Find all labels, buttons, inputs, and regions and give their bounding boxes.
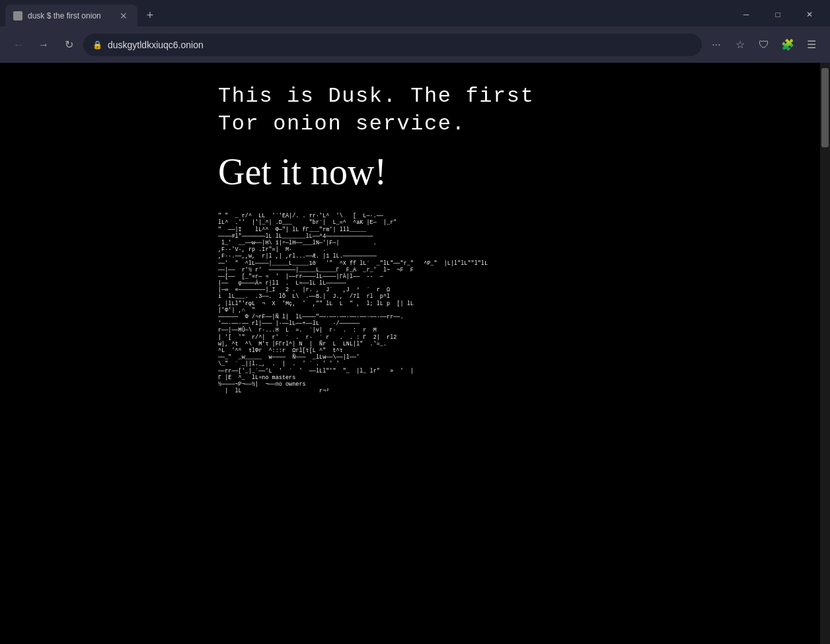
page-content: This is Dusk. The first Tor onion servic… bbox=[0, 63, 830, 644]
page-inner: This is Dusk. The first Tor onion servic… bbox=[0, 63, 820, 644]
shield-button[interactable]: 🛡 bbox=[753, 34, 774, 55]
back-button[interactable]: ← bbox=[8, 34, 29, 55]
tab-close-button[interactable]: ✕ bbox=[118, 10, 130, 22]
window-controls: ─ □ ✕ bbox=[731, 5, 825, 24]
close-button[interactable]: ✕ bbox=[794, 5, 825, 24]
headline-line2: Tor onion service. bbox=[218, 112, 465, 136]
address-text: duskgytldkxiuqc6.onion bbox=[108, 40, 693, 50]
extensions-button[interactable]: 🧩 bbox=[777, 34, 798, 55]
ascii-art: " " _ r/^ LL '`'ÉÂ|/. . rr·'L^ '\ [ L—·.… bbox=[218, 213, 720, 394]
cta-heading[interactable]: Get it now! bbox=[218, 151, 820, 193]
forward-button[interactable]: → bbox=[33, 34, 54, 55]
headline-line1: This is Dusk. The first bbox=[218, 84, 534, 108]
scrollbar-thumb[interactable] bbox=[821, 68, 829, 147]
bookmark-button[interactable]: ☆ bbox=[730, 34, 751, 55]
tab-title: dusk $ the first onion bbox=[28, 11, 112, 20]
more-button[interactable]: ··· bbox=[706, 34, 727, 55]
tab-favicon bbox=[13, 11, 22, 20]
tab-bar: dusk $ the first onion ✕ + ─ □ ✕ bbox=[0, 0, 830, 26]
lock-icon: 🔒 bbox=[93, 40, 102, 50]
active-tab[interactable]: dusk $ the first onion ✕ bbox=[5, 5, 137, 26]
new-tab-button[interactable]: + bbox=[140, 5, 160, 25]
address-bar[interactable]: 🔒 duskgytldkxiuqc6.onion bbox=[83, 34, 702, 56]
headline: This is Dusk. The first Tor onion servic… bbox=[218, 83, 820, 137]
browser-chrome: dusk $ the first onion ✕ + ─ □ ✕ ← → ↻ 🔒… bbox=[0, 0, 830, 63]
menu-button[interactable]: ☰ bbox=[801, 34, 822, 55]
nav-actions: ··· ☆ 🛡 🧩 ☰ bbox=[706, 34, 822, 55]
maximize-button[interactable]: □ bbox=[763, 5, 793, 24]
minimize-button[interactable]: ─ bbox=[731, 5, 761, 24]
scrollbar[interactable] bbox=[820, 63, 830, 644]
refresh-button[interactable]: ↻ bbox=[58, 34, 79, 55]
nav-bar: ← → ↻ 🔒 duskgytldkxiuqc6.onion ··· ☆ 🛡 🧩… bbox=[0, 26, 830, 63]
